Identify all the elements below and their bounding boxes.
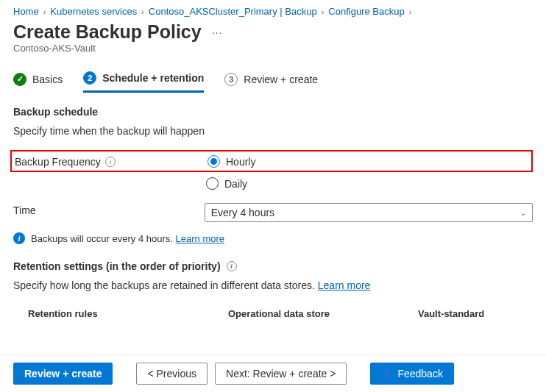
backup-info-line: i Backups will occur every 4 hours. Lear… [13,232,533,244]
radio-icon [206,177,219,190]
step-number-icon: 2 [83,71,96,85]
breadcrumb-home[interactable]: Home [13,6,39,17]
backup-schedule-heading: Backup schedule [13,106,533,118]
breadcrumb-cluster-backup[interactable]: Contoso_AKSCluster_Primary | Backup [149,6,317,17]
chevron-right-icon: › [322,7,325,16]
radio-hourly[interactable]: Hourly [208,155,255,168]
page-subtitle: Contoso-AKS-Vault [0,43,546,67]
col-vault-standard: Vault-standard [418,308,533,319]
time-select[interactable]: Every 4 hours ⌄ [205,203,533,222]
backup-frequency-label: Backup Frequency i [15,154,208,168]
info-icon[interactable]: i [227,261,237,271]
learn-more-link[interactable]: Learn more [318,279,371,291]
step-number-icon: 3 [224,73,238,86]
breadcrumb-k8s-services[interactable]: Kubernetes services [50,6,137,17]
retention-heading: Retention settings (in the order of prio… [13,260,533,272]
radio-label: Daily [224,178,247,190]
step-label: Basics [32,74,63,85]
step-label: Schedule + retention [102,72,204,84]
more-actions-icon[interactable]: ··· [212,26,223,38]
radio-icon [208,155,220,168]
breadcrumb-configure-backup[interactable]: Configure Backup [328,6,404,17]
chevron-right-icon: › [141,7,144,16]
feedback-label: Feedback [397,368,442,379]
col-operational-store: Operational data store [228,308,418,319]
breadcrumb: Home › Kubernetes services › Contoso_AKS… [0,0,546,20]
info-icon: i [13,232,25,244]
chevron-down-icon: ⌄ [520,209,526,217]
info-icon[interactable]: i [105,157,116,167]
time-select-value: Every 4 hours [211,207,274,218]
step-schedule-retention[interactable]: 2 Schedule + retention [83,71,204,93]
retention-columns-header: Retention rules Operational data store V… [13,308,533,319]
feedback-button[interactable]: 👤 Feedback [370,363,453,385]
step-label: Review + create [244,74,318,85]
person-icon: 👤 [381,368,393,379]
previous-button[interactable]: < Previous [136,363,208,385]
footer-bar: Review + create < Previous Next: Review … [0,354,546,392]
highlight-annotation: Backup Frequency i Hourly [10,150,533,172]
radio-daily[interactable]: Daily [206,177,247,190]
col-retention-rules: Retention rules [28,308,228,319]
learn-more-link[interactable]: Learn more [176,233,224,244]
step-basics[interactable]: ✓ Basics [13,73,63,92]
check-icon: ✓ [13,73,26,86]
radio-label: Hourly [226,156,255,168]
chevron-right-icon: › [43,7,46,16]
info-text: Backups will occur every 4 hours. [31,233,173,244]
next-button[interactable]: Next: Review + create > [215,363,347,385]
step-review-create[interactable]: 3 Review + create [224,73,318,92]
review-create-button[interactable]: Review + create [13,363,113,385]
backup-schedule-desc: Specify time when the backup will happen [13,125,533,137]
wizard-steps: ✓ Basics 2 Schedule + retention 3 Review… [0,67,546,93]
chevron-right-icon: › [409,7,412,16]
time-label: Time [13,203,205,216]
page-title: Create Backup Policy [13,21,202,43]
retention-desc: Specify how long the backups are retaine… [13,279,533,291]
